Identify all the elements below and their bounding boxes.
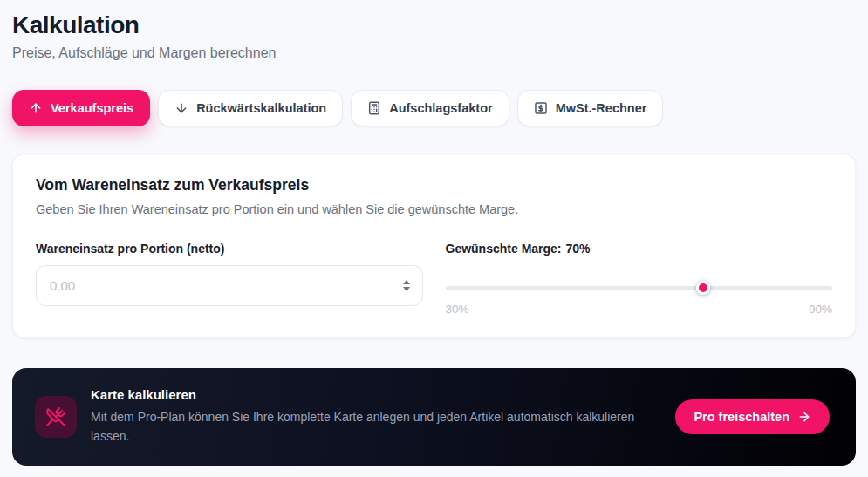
calculation-card: Vom Wareneinsatz zum Verkaufspreis Geben… xyxy=(12,153,856,338)
dollar-square-icon xyxy=(534,101,548,115)
card-description: Geben Sie Ihren Wareneinsatz pro Portion… xyxy=(36,202,832,216)
promo-text: Karte kalkulieren Mit dem Pro-Plan könne… xyxy=(91,387,658,446)
wareneinsatz-field: Wareneinsatz pro Portion (netto) xyxy=(36,242,423,316)
arrow-right-icon xyxy=(797,410,811,424)
kalkulation-page: Kalkulation Preise, Aufschläge und Marge… xyxy=(0,0,868,466)
stepper-up-icon[interactable] xyxy=(403,280,410,284)
pro-upsell-banner: Karte kalkulieren Mit dem Pro-Plan könne… xyxy=(12,368,856,466)
tab-label: MwSt.-Rechner xyxy=(556,101,647,115)
tab-aufschlagsfaktor[interactable]: Aufschlagsfaktor xyxy=(351,90,509,126)
card-title: Vom Wareneinsatz zum Verkaufspreis xyxy=(36,176,832,194)
utensils-crossed-icon xyxy=(35,396,77,438)
stepper-down-icon[interactable] xyxy=(403,287,410,291)
slider-thumb[interactable] xyxy=(696,281,710,295)
tab-rueckwaertskalkulation[interactable]: Rückwärtskalkulation xyxy=(158,90,343,126)
slider-track[interactable] xyxy=(446,286,833,290)
arrow-up-icon xyxy=(29,101,43,115)
page-subtitle: Preise, Aufschläge und Margen berechnen xyxy=(12,45,856,61)
marge-label-text: Gewünschte Marge: xyxy=(446,242,562,256)
calculator-tabs: Verkaufspreis Rückwärtskalkulation Aufsc… xyxy=(12,90,856,126)
pro-freischalten-button[interactable]: Pro freischalten xyxy=(675,399,830,434)
calculator-icon xyxy=(367,101,381,115)
pro-freischalten-label: Pro freischalten xyxy=(694,410,789,424)
slider-minmax: 30% 90% xyxy=(446,303,833,316)
slider-max-label: 90% xyxy=(809,303,832,316)
marge-field: Gewünschte Marge: 70% 30% 90% xyxy=(446,242,833,316)
arrow-down-icon xyxy=(174,101,188,115)
marge-slider[interactable] xyxy=(446,280,833,296)
tab-mwst-rechner[interactable]: MwSt.-Rechner xyxy=(517,90,664,126)
promo-description: Mit dem Pro-Plan können Sie Ihre komplet… xyxy=(91,408,658,446)
marge-value: 70% xyxy=(566,242,591,256)
wareneinsatz-input[interactable] xyxy=(37,266,401,305)
tab-label: Verkaufspreis xyxy=(51,101,133,115)
tab-label: Aufschlagsfaktor xyxy=(389,101,492,115)
slider-min-label: 30% xyxy=(446,303,469,316)
tab-verkaufspreis[interactable]: Verkaufspreis xyxy=(12,90,150,126)
wareneinsatz-label: Wareneinsatz pro Portion (netto) xyxy=(36,242,423,256)
tab-label: Rückwärtskalkulation xyxy=(196,101,326,115)
form-row: Wareneinsatz pro Portion (netto) Gewünsc… xyxy=(36,242,832,316)
wareneinsatz-input-wrap xyxy=(36,265,423,306)
marge-label: Gewünschte Marge: 70% xyxy=(446,242,833,256)
page-title: Kalkulation xyxy=(12,11,856,39)
number-stepper[interactable] xyxy=(401,278,412,293)
promo-title: Karte kalkulieren xyxy=(91,387,658,402)
